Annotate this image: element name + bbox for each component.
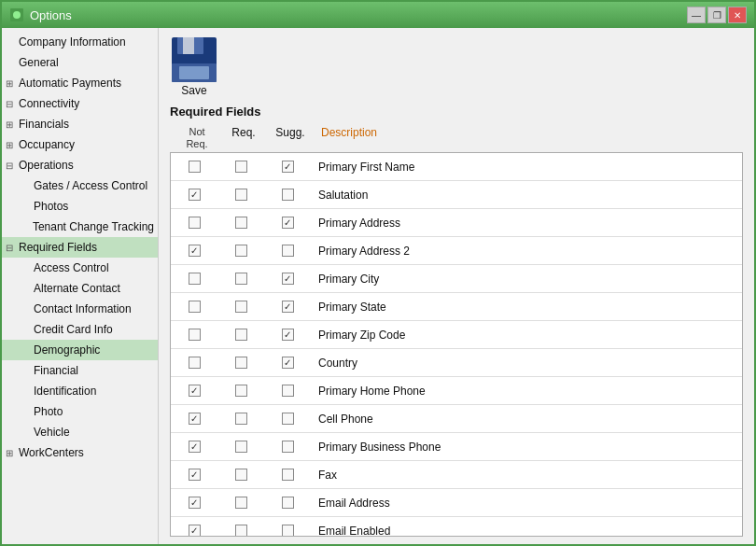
expand-icon-automatic-payments: ⊞ — [6, 77, 17, 91]
checkbox-not-req[interactable] — [189, 161, 201, 173]
checkbox-not-req[interactable] — [189, 441, 201, 453]
checkbox-sugg[interactable] — [282, 413, 294, 425]
cell-description: Primary Zip Code — [311, 329, 742, 342]
checkbox-not-req[interactable] — [189, 385, 201, 397]
sidebar-item-identification[interactable]: Identification — [2, 381, 158, 401]
cell-not-req — [171, 413, 217, 425]
options-window: Options — ❐ ✕ Company InformationGeneral… — [0, 0, 756, 546]
sidebar-item-automatic-payments[interactable]: ⊞Automatic Payments — [2, 73, 158, 93]
checkbox-sugg[interactable] — [282, 301, 294, 313]
toolbar: Save — [162, 32, 750, 101]
cell-description: Primary Address — [311, 217, 742, 230]
table-row: Country — [171, 349, 742, 377]
table-row: Primary Home Phone — [171, 377, 742, 405]
sidebar-item-alternate-contact[interactable]: Alternate Contact — [2, 278, 158, 299]
checkbox-sugg[interactable] — [282, 217, 294, 229]
cell-sugg — [264, 385, 311, 397]
table-row: Fax — [171, 461, 742, 489]
checkbox-not-req[interactable] — [189, 497, 201, 509]
checkbox-sugg[interactable] — [282, 273, 294, 285]
sidebar-item-required-fields[interactable]: ⊟Required Fields — [2, 237, 158, 258]
close-button[interactable]: ✕ — [728, 7, 747, 23]
checkbox-sugg[interactable] — [282, 525, 294, 537]
sidebar-item-operations[interactable]: ⊟Operations — [2, 155, 158, 175]
checkbox-req[interactable] — [235, 329, 247, 341]
cell-description: Cell Phone — [311, 413, 742, 426]
sidebar-label-photos: Photos — [34, 198, 68, 215]
sidebar-item-tenant-change-tracking[interactable]: Tenant Change Tracking — [2, 217, 158, 237]
svg-rect-6 — [179, 66, 209, 79]
checkbox-not-req[interactable] — [189, 413, 201, 425]
header-not-req: NotReq. — [174, 126, 220, 150]
checkbox-sugg[interactable] — [282, 385, 294, 397]
cell-req — [217, 245, 264, 257]
checkbox-not-req[interactable] — [189, 329, 201, 341]
app-icon — [9, 7, 24, 22]
table-row: Primary Business Phone — [171, 433, 742, 461]
checkbox-req[interactable] — [235, 357, 247, 369]
checkbox-not-req[interactable] — [189, 469, 201, 481]
checkbox-req[interactable] — [235, 385, 247, 397]
sidebar-item-gates-access[interactable]: Gates / Access Control — [2, 175, 158, 196]
checkbox-sugg[interactable] — [282, 245, 294, 257]
sidebar-item-company-info[interactable]: Company Information — [2, 32, 158, 52]
sidebar-label-demographic: Demographic — [34, 342, 100, 358]
table-row: Email Enabled — [171, 517, 742, 537]
cell-req — [217, 385, 264, 397]
sidebar-label-financial: Financial — [34, 362, 78, 379]
table-row: Primary Zip Code — [171, 321, 742, 349]
sidebar-item-financials[interactable]: ⊞Financials — [2, 114, 158, 134]
table-row: Primary Address 2 — [171, 237, 742, 265]
sidebar-item-demographic[interactable]: Demographic — [2, 340, 158, 360]
checkbox-not-req[interactable] — [189, 245, 201, 257]
expand-icon-operations: ⊟ — [6, 159, 17, 173]
sidebar-item-credit-card-info[interactable]: Credit Card Info — [2, 319, 158, 340]
checkbox-not-req[interactable] — [189, 217, 201, 229]
checkbox-not-req[interactable] — [189, 525, 201, 537]
sidebar-item-general[interactable]: General — [2, 52, 158, 73]
checkbox-not-req[interactable] — [189, 189, 201, 201]
checkbox-not-req[interactable] — [189, 301, 201, 313]
cell-req — [217, 413, 264, 425]
checkbox-sugg[interactable] — [282, 497, 294, 509]
cell-req — [217, 469, 264, 481]
sidebar-label-operations: Operations — [19, 157, 74, 174]
minimize-button[interactable]: — — [687, 7, 706, 23]
header-req: Req. — [220, 126, 267, 150]
sidebar-item-connectivity[interactable]: ⊟Connectivity — [2, 93, 158, 114]
sidebar-label-connectivity: Connectivity — [19, 95, 79, 112]
checkbox-req[interactable] — [235, 497, 247, 509]
checkbox-req[interactable] — [235, 273, 247, 285]
sidebar-item-financial[interactable]: Financial — [2, 360, 158, 381]
cell-description: Primary State — [311, 301, 742, 314]
checkbox-sugg[interactable] — [282, 161, 294, 173]
checkbox-sugg[interactable] — [282, 357, 294, 369]
checkbox-sugg[interactable] — [282, 441, 294, 453]
checkbox-req[interactable] — [235, 189, 247, 201]
checkbox-sugg[interactable] — [282, 329, 294, 341]
checkbox-req[interactable] — [235, 161, 247, 173]
checkbox-req[interactable] — [235, 413, 247, 425]
checkbox-not-req[interactable] — [189, 357, 201, 369]
sidebar-item-vehicle[interactable]: Vehicle — [2, 422, 158, 442]
sidebar-item-photo[interactable]: Photo — [2, 401, 158, 422]
svg-point-1 — [13, 11, 21, 19]
checkbox-req[interactable] — [235, 245, 247, 257]
save-button[interactable]: Save — [170, 35, 218, 97]
sidebar-item-contact-information[interactable]: Contact Information — [2, 299, 158, 319]
sidebar-item-photos[interactable]: Photos — [2, 196, 158, 217]
sidebar-item-access-control[interactable]: Access Control — [2, 258, 158, 278]
checkbox-sugg[interactable] — [282, 469, 294, 481]
table-row: Primary Address — [171, 209, 742, 237]
sidebar-item-workcenters[interactable]: ⊞WorkCenters — [2, 442, 158, 463]
checkbox-req[interactable] — [235, 469, 247, 481]
restore-button[interactable]: ❐ — [707, 7, 726, 23]
checkbox-sugg[interactable] — [282, 189, 294, 201]
checkbox-not-req[interactable] — [189, 273, 201, 285]
checkbox-req[interactable] — [235, 441, 247, 453]
cell-sugg — [264, 273, 311, 285]
sidebar-item-occupancy[interactable]: ⊞Occupancy — [2, 134, 158, 155]
checkbox-req[interactable] — [235, 525, 247, 537]
checkbox-req[interactable] — [235, 217, 247, 229]
checkbox-req[interactable] — [235, 301, 247, 313]
